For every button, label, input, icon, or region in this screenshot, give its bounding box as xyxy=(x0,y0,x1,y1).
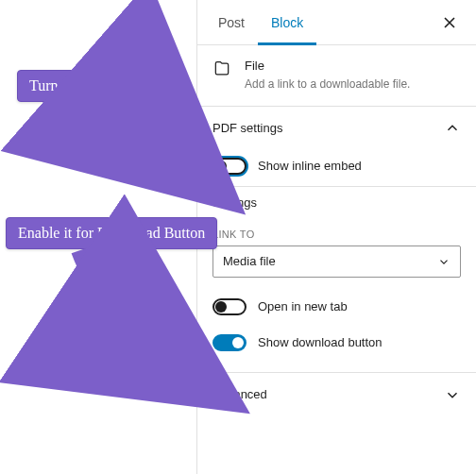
block-title: File xyxy=(245,59,410,73)
arrow-turn-off xyxy=(52,83,222,196)
open-new-tab-label: Open in new tab xyxy=(258,299,348,313)
chevron-up-icon xyxy=(444,120,461,137)
pdf-settings-toggle[interactable]: PDF settings xyxy=(212,107,461,150)
tab-post[interactable]: Post xyxy=(205,0,258,45)
chevron-down-icon xyxy=(444,386,461,403)
section-heading: Settings xyxy=(212,195,257,210)
show-download-label: Show download button xyxy=(258,335,382,349)
pdf-settings-section: PDF settings Show inline embed xyxy=(197,107,476,187)
settings-toggle[interactable]: Settings xyxy=(212,187,461,219)
link-to-value: Media file xyxy=(223,254,276,268)
block-settings-sidebar: Post Block File Add a link to a download… xyxy=(196,0,476,474)
advanced-toggle[interactable]: Advanced xyxy=(212,373,461,416)
advanced-section: Advanced xyxy=(197,373,476,416)
close-icon xyxy=(442,15,457,30)
link-to-select[interactable]: Media file xyxy=(212,245,461,278)
arrow-enable-download xyxy=(66,241,227,401)
settings-section: Settings Link to Media file Open in new … xyxy=(197,187,476,373)
sidebar-tabs: Post Block xyxy=(197,0,476,45)
close-sidebar-button[interactable] xyxy=(431,4,468,42)
chevron-down-icon xyxy=(437,255,450,268)
file-icon xyxy=(212,59,231,78)
show-download-row: Show download button xyxy=(212,327,461,363)
open-new-tab-row: Open in new tab xyxy=(212,291,461,327)
block-description: Add a link to a downloadable file. xyxy=(245,76,410,93)
show-inline-embed-label: Show inline embed xyxy=(258,159,362,173)
link-to-label: Link to xyxy=(212,229,461,240)
block-info: File Add a link to a downloadable file. xyxy=(197,45,476,107)
show-inline-embed-row: Show inline embed xyxy=(212,150,461,186)
section-heading: PDF settings xyxy=(212,121,282,135)
tab-block[interactable]: Block xyxy=(258,0,316,45)
